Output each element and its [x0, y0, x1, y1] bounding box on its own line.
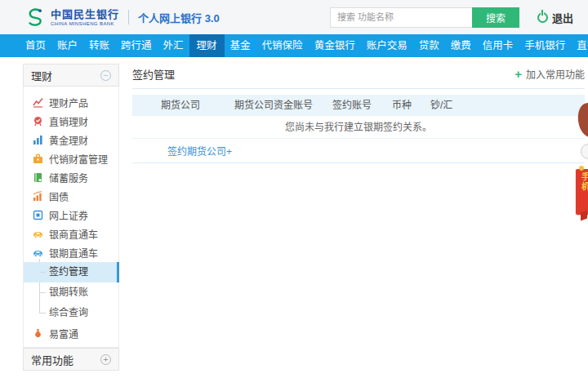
- sign-futures-company-link[interactable]: 签约期货公司+: [167, 146, 232, 158]
- nav-item-funds[interactable]: 基金: [225, 34, 256, 57]
- nav-item-mobile-banking[interactable]: 手机银行: [519, 34, 571, 57]
- nav-item-home[interactable]: 首页: [20, 34, 51, 57]
- sidebar-item-label: 银商直通车: [49, 227, 98, 241]
- nav-item-wealth[interactable]: 理财: [189, 34, 225, 57]
- sidebar-item-online-securities[interactable]: 网上证券: [24, 206, 118, 225]
- top-header: 中国民生银行 CHINA MINSHENG BANK 个人网上银行 3.0 搜索…: [0, 0, 588, 34]
- sidebar-item-futures-express[interactable]: 银期直通车: [24, 243, 118, 262]
- search-input[interactable]: [330, 7, 472, 28]
- nav-item-direct-banking-label: 直销银行: [577, 40, 588, 51]
- page: 中国民生银行 CHINA MINSHENG BANK 个人网上银行 3.0 搜索…: [0, 0, 588, 378]
- gourd-icon: [33, 328, 43, 339]
- sidebar-footer-title: 常用功能: [31, 352, 74, 367]
- sidebar: 理财 − 理财产品 直销理财 黄金理财 代销财富管理: [23, 64, 119, 371]
- line-chart-icon: [33, 97, 43, 108]
- passbook-icon: [33, 172, 43, 183]
- brand-name-cn: 中国民生银行: [51, 9, 119, 20]
- sidebar-item-label: 网上证券: [49, 208, 88, 222]
- column-header-sign-account: 签约账号: [332, 95, 372, 116]
- title-divider: [132, 88, 585, 89]
- sidebar-footer-common-functions[interactable]: 常用功能 +: [23, 348, 119, 371]
- bank-logo-icon: [24, 7, 46, 28]
- search-box: 搜索: [330, 7, 519, 28]
- sidebar-item-label: 易富通: [49, 327, 78, 340]
- sidebar-subitem-futures-transfer[interactable]: 银期转账: [24, 282, 118, 303]
- table-header-row: 期货公司 期货公司资金账号 签约账号 币种 钞/汇: [132, 95, 585, 116]
- add-to-favorites-label: 加入常用功能: [526, 67, 585, 81]
- sidebar-group-header[interactable]: 理财 −: [23, 64, 119, 87]
- power-icon: [537, 12, 548, 23]
- promo-mobile-banner[interactable]: 手机: [576, 169, 588, 215]
- sidebar-item-agency-wealth[interactable]: 代销财富管理: [24, 149, 118, 168]
- column-header-currency: 币种: [392, 95, 412, 116]
- nav-item-accounts[interactable]: 账户: [51, 34, 83, 57]
- empty-state-message: 您尚未与我行建立银期签约关系。: [132, 116, 585, 139]
- column-header-cash-exchange: 钞/汇: [430, 95, 452, 116]
- brand-name-en: CHINA MINSHENG BANK: [51, 21, 119, 26]
- brand: 中国民生银行 CHINA MINSHENG BANK 个人网上银行 3.0: [24, 7, 220, 28]
- sidebar-subitem-comprehensive-query[interactable]: 综合查询: [24, 303, 118, 323]
- search-button[interactable]: 搜索: [472, 7, 519, 28]
- add-to-favorites-button[interactable]: + 加入常用功能: [514, 67, 585, 81]
- certificate-icon: [33, 210, 43, 220]
- nav-item-interbank[interactable]: 跨行通: [115, 34, 158, 57]
- brand-text: 中国民生银行 CHINA MINSHENG BANK: [51, 9, 119, 26]
- promo-banner-text: 手机: [579, 172, 588, 192]
- sidebar-menu: 理财产品 直销理财 黄金理财 代销财富管理 储蓄服务: [23, 87, 119, 348]
- briefcase-icon: [33, 153, 43, 164]
- content-header: 签约管理 + 加入常用功能: [132, 64, 585, 83]
- bar-chart-icon: [33, 135, 43, 145]
- nav-item-payments[interactable]: 缴费: [445, 34, 477, 57]
- nav-item-loans[interactable]: 贷款: [413, 34, 445, 57]
- sidebar-item-direct-wealth[interactable]: 直销理财: [24, 112, 118, 131]
- sidebar-item-label: 银期直通车: [49, 246, 98, 260]
- main-content: 签约管理 + 加入常用功能 期货公司 期货公司资金账号 签约账号 币种 钞/汇 …: [132, 64, 585, 163]
- sidebar-item-yifutong[interactable]: 易富通: [24, 323, 118, 344]
- sidebar-item-label: 理财产品: [49, 96, 88, 109]
- nav-item-gold[interactable]: 黄金银行: [309, 34, 361, 57]
- column-header-futures-company: 期货公司: [161, 95, 200, 116]
- page-body: 理财 − 理财产品 直销理财 黄金理财 代销财富管理: [0, 57, 588, 378]
- sign-link-row: 签约期货公司+: [132, 139, 585, 163]
- product-title: 个人网上银行 3.0: [138, 10, 220, 25]
- sidebar-item-bank-futures-express[interactable]: 银商直通车: [24, 225, 118, 243]
- brand-separator: [128, 10, 129, 24]
- sidebar-item-gold-wealth[interactable]: 黄金理财: [24, 131, 118, 149]
- logout-label: 退出: [552, 10, 573, 25]
- column-header-fund-account: 期货公司资金账号: [234, 95, 313, 116]
- main-nav: 首页 账户 转账 跨行通 外汇 理财 基金 代销保险 黄金银行 账户交易 贷款 …: [0, 34, 588, 57]
- sidebar-group-title: 理财: [31, 68, 52, 83]
- expand-icon[interactable]: +: [100, 354, 111, 365]
- header-actions: 搜索 退出: [330, 7, 573, 28]
- nav-item-direct-banking[interactable]: 直销银行 HOT: [571, 34, 588, 57]
- sidebar-item-label: 直销理财: [49, 114, 88, 128]
- sidebar-item-savings[interactable]: 储蓄服务: [24, 168, 118, 187]
- logout-button[interactable]: 退出: [537, 10, 573, 25]
- sidebar-item-wealth-products[interactable]: 理财产品: [24, 93, 118, 112]
- nav-item-transfer[interactable]: 转账: [83, 34, 115, 57]
- sidebar-item-label: 代销财富管理: [49, 152, 108, 166]
- growth-chart-icon: [33, 191, 43, 202]
- sidebar-item-label: 国债: [49, 189, 69, 203]
- seal-check-icon: [33, 116, 43, 127]
- nav-item-credit-card[interactable]: 信用卡: [477, 34, 519, 57]
- car-blue-icon: [33, 247, 43, 258]
- nav-item-account-trade[interactable]: 账户交易: [361, 34, 413, 57]
- sidebar-item-treasury-bonds[interactable]: 国债: [24, 187, 118, 206]
- page-title: 签约管理: [132, 66, 175, 82]
- sidebar-item-label: 储蓄服务: [49, 171, 88, 185]
- nav-item-forex[interactable]: 外汇: [158, 34, 189, 57]
- plus-icon: +: [514, 68, 522, 80]
- sidebar-subtree: 签约管理 银期转账 综合查询: [24, 262, 118, 323]
- car-yellow-icon: [33, 229, 43, 239]
- sidebar-item-label: 黄金理财: [49, 133, 88, 147]
- sidebar-subitem-sign-management[interactable]: 签约管理: [24, 262, 118, 282]
- collapse-icon[interactable]: −: [100, 70, 111, 81]
- nav-item-insurance[interactable]: 代销保险: [256, 34, 309, 57]
